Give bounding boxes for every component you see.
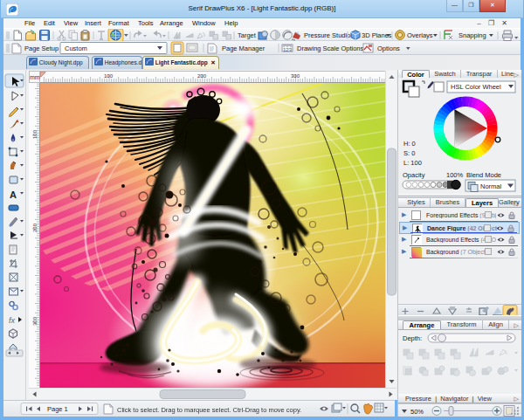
svg-text:Snapping: Snapping (458, 31, 486, 39)
svg-text:Blend Mode: Blend Mode (466, 171, 501, 179)
svg-text:100%: 100% (446, 171, 464, 179)
svg-text:50%: 50% (410, 408, 424, 416)
svg-text:123: 123 (283, 47, 293, 52)
svg-text:Depth:: Depth: (403, 334, 422, 342)
svg-text:A: A (10, 189, 17, 200)
svg-text:300: 300 (32, 316, 38, 326)
svg-text:Click to select. Drag to marqu: Click to select. Drag to marquee select.… (117, 406, 301, 414)
svg-text:Target: Target (238, 31, 257, 39)
svg-text:HSL Color Wheel: HSL Color Wheel (451, 83, 501, 91)
svg-text:Normal: Normal (480, 182, 502, 190)
svg-text:200: 200 (32, 223, 38, 232)
svg-text:Overlays: Overlays (407, 31, 433, 39)
svg-text:100: 100 (104, 73, 114, 79)
svg-text:fx: fx (9, 316, 16, 325)
svg-text:Drawing Scale Options: Drawing Scale Options (297, 45, 364, 52)
svg-text:100: 100 (32, 129, 38, 139)
svg-text:Options: Options (377, 45, 400, 52)
svg-text:H: 0: H: 0 (403, 140, 416, 148)
svg-text:Page 1: Page 1 (47, 405, 68, 413)
svg-text:Page Manager: Page Manager (222, 45, 265, 52)
svg-text:S: 0: S: 0 (403, 149, 415, 157)
svg-text:Custom: Custom (65, 45, 87, 52)
svg-text:L: 100: L: 100 (403, 159, 422, 167)
svg-text:Page Setup: Page Setup (24, 45, 59, 52)
svg-text:300: 300 (291, 73, 300, 79)
svg-text:200: 200 (197, 73, 207, 79)
svg-text:Pressure Studio: Pressure Studio (304, 31, 350, 39)
svg-text:Opacity: Opacity (403, 171, 425, 179)
